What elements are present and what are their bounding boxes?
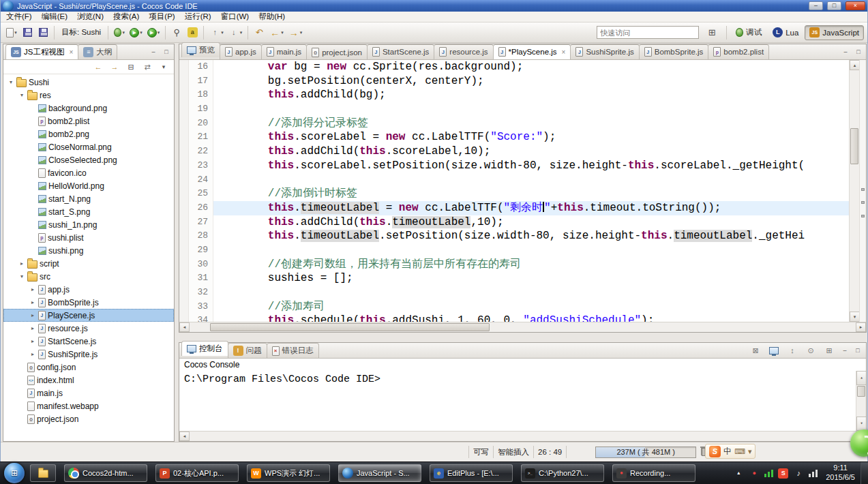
editor-tab-1[interactable]: Japp.js xyxy=(220,44,262,59)
perspective-javascript-button[interactable]: JSJavaScript xyxy=(805,25,864,40)
code-text[interactable] xyxy=(213,173,849,187)
scroll-left-button[interactable]: ◂ xyxy=(179,432,190,441)
pin-console-button[interactable]: ⊙ xyxy=(803,343,818,359)
code-editor[interactable]: 16 var bg = new cc.Sprite(res.background… xyxy=(179,60,866,322)
occurrence-marker[interactable] xyxy=(861,201,865,204)
taskbar-button-6[interactable]: ●Recording... xyxy=(612,464,695,482)
code-text[interactable] xyxy=(213,243,849,258)
new-button[interactable]: ▾ xyxy=(4,25,19,40)
scrollbar-track[interactable] xyxy=(190,322,856,332)
save-all-button[interactable] xyxy=(35,25,50,40)
ime-toolbar[interactable]: S 中 ⌨ ▾ xyxy=(705,444,755,459)
back-history-button[interactable]: ← xyxy=(91,61,106,73)
taskbar-button-1[interactable]: P02-核心API.p... xyxy=(155,464,239,482)
code-text[interactable]: //添加得分记录标签 xyxy=(213,117,849,131)
code-text[interactable]: this.timeoutLabel.setPosition(size.width… xyxy=(213,229,849,243)
ime-menu-icon[interactable]: ▾ xyxy=(748,447,752,456)
code-text[interactable]: this.addChild(this.timeoutLabel,10); xyxy=(213,215,849,230)
menu-item-2[interactable]: 浏览(N) xyxy=(72,11,108,22)
perspective-lua-button[interactable]: LLua xyxy=(768,25,803,40)
close-tab-icon[interactable]: × xyxy=(69,48,73,56)
code-text[interactable]: this.addChild(bg); xyxy=(213,88,849,102)
scrollbar-thumb[interactable] xyxy=(850,128,858,164)
collapsed-arrow-icon[interactable]: ▸ xyxy=(29,325,36,331)
code-text[interactable]: bg.setPosition(centerX, centerY); xyxy=(213,74,849,89)
perspective-debug-button[interactable]: 调试 xyxy=(731,25,766,40)
tree-item[interactable]: HelloWorld.png xyxy=(3,179,174,192)
search-button[interactable]: ⚲ xyxy=(169,25,184,40)
hidden-icons-button[interactable]: ▴ xyxy=(733,468,744,479)
taskbar-button-4[interactable]: eEditPlus - [E:\... xyxy=(430,464,513,482)
collapsed-arrow-icon[interactable]: ▸ xyxy=(29,351,36,357)
tree-item[interactable]: CloseSelected.png xyxy=(3,153,174,166)
start-button[interactable] xyxy=(4,463,25,483)
show-desktop-button[interactable] xyxy=(860,462,868,484)
display-selected-console-button[interactable] xyxy=(766,343,781,359)
minimize-window-button[interactable]: – xyxy=(809,1,823,10)
code-text[interactable]: //创建寿司数组，用来持有当前层中所有存在的寿司 xyxy=(213,258,849,272)
taskbar-button-0[interactable]: Cocos2d-htm... xyxy=(64,464,147,482)
forward-button[interactable]: →▾ xyxy=(286,25,305,40)
menu-item-0[interactable]: 文件(F) xyxy=(1,11,37,22)
scroll-right-button[interactable]: ▸ xyxy=(856,322,866,332)
clear-console-button[interactable]: ⊠ xyxy=(748,343,763,359)
tree-item[interactable]: background.png xyxy=(3,102,174,115)
editor-tab-3[interactable]: {}project.json xyxy=(306,44,368,59)
open-perspective-button[interactable]: ⊞ xyxy=(702,25,722,40)
console-horizontal-scrollbar[interactable]: ◂ ▸ xyxy=(179,431,866,441)
tree-item[interactable]: ▾src xyxy=(3,270,174,283)
editor-tab-5[interactable]: Jresource.js xyxy=(434,44,493,59)
console-vertical-scrollbar[interactable]: ▴ ▾ xyxy=(856,371,866,431)
link-with-editor-button[interactable]: ⇄ xyxy=(140,61,155,73)
close-window-button[interactable]: × xyxy=(845,1,865,10)
occurrence-marker[interactable] xyxy=(861,215,865,217)
menu-item-3[interactable]: 搜索(A) xyxy=(108,11,144,22)
view-menu-button[interactable]: ▾ xyxy=(156,61,171,73)
scroll-up-button[interactable]: ▴ xyxy=(856,371,866,385)
tree-item[interactable]: ▸JSushiSprite.js xyxy=(3,348,174,361)
tree-item[interactable]: ▸JStartScene.js xyxy=(3,335,174,348)
console-tab-2[interactable]: ×错误日志 xyxy=(267,343,319,358)
editor-vertical-scrollbar[interactable]: ▴ ▾ xyxy=(849,60,859,322)
view-tab-1[interactable]: ≡大纲 xyxy=(78,44,117,59)
menu-item-4[interactable]: 项目(P) xyxy=(144,11,179,22)
collapsed-arrow-icon[interactable]: ▸ xyxy=(18,260,25,267)
code-text[interactable]: this.addChild(this.scoreLabel,10); xyxy=(213,145,849,159)
scrollbar-track[interactable] xyxy=(850,70,859,312)
code-text[interactable]: this.timeoutLabel = new cc.LabelTTF("剩余时… xyxy=(213,201,849,215)
collapsed-arrow-icon[interactable]: ▸ xyxy=(29,299,36,305)
tree-item[interactable]: <>index.html xyxy=(3,374,174,387)
collapse-all-button[interactable]: ⊟ xyxy=(123,61,138,73)
scroll-lock-button[interactable]: ↕ xyxy=(785,343,800,359)
taskbar-button-2[interactable]: WWPS演示 幻灯... xyxy=(247,464,330,482)
code-text[interactable]: //添加寿司 xyxy=(213,300,849,314)
console-output[interactable]: C:\Program Files\Cocos Code IDE> ▴ ▾ xyxy=(179,371,866,431)
code-text[interactable]: this.schedule(this.addSushi, 1, 60, 0, "… xyxy=(213,314,849,322)
maximize-editor-button[interactable]: □ xyxy=(853,47,864,57)
menu-item-6[interactable]: 窗口(W) xyxy=(216,11,254,22)
volume-tray-button[interactable]: ♪ xyxy=(793,468,804,479)
titlebar[interactable]: JavaScript - Sushi/src/PlayScene.js - Co… xyxy=(1,0,867,12)
tree-item[interactable]: ▸JBombSprite.js xyxy=(3,296,174,309)
save-button[interactable] xyxy=(20,25,35,40)
maximize-window-button[interactable]: □ xyxy=(827,1,841,10)
collapsed-arrow-icon[interactable]: ▸ xyxy=(29,312,36,318)
minimize-editor-button[interactable]: – xyxy=(840,47,851,57)
editor-tab-7[interactable]: JSushiSprite.js xyxy=(570,44,639,59)
collapsed-arrow-icon[interactable]: ▸ xyxy=(29,286,36,292)
previous-annotation-button[interactable]: ↑▾ xyxy=(207,25,226,40)
scroll-up-button[interactable]: ▴ xyxy=(850,60,860,70)
ime-keyboard-icon[interactable]: ⌨ xyxy=(734,447,745,456)
occurrence-marker[interactable] xyxy=(861,188,865,191)
editor-tab-2[interactable]: Jmain.js xyxy=(261,44,307,59)
view-tab-0[interactable]: JSJS工程视图× xyxy=(5,44,78,59)
scrollbar-thumb[interactable] xyxy=(210,323,490,331)
editor-tab-0[interactable]: 预览 xyxy=(181,42,220,57)
minimize-view-button[interactable]: – xyxy=(148,47,159,57)
run-button[interactable]: ▶▾ xyxy=(128,25,145,40)
editor-tab-8[interactable]: JBombSprite.js xyxy=(639,44,709,59)
mark-occurrences-button[interactable]: a xyxy=(185,25,200,40)
editor-horizontal-scrollbar[interactable]: ◂ ▸ xyxy=(179,322,866,332)
expanded-arrow-icon[interactable]: ▾ xyxy=(8,79,14,85)
expanded-arrow-icon[interactable]: ▾ xyxy=(18,273,25,279)
